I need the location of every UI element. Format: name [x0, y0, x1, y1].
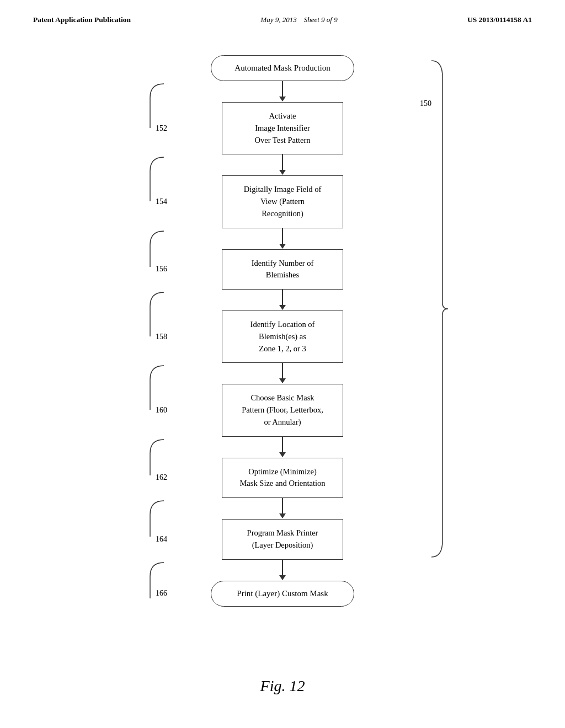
brace-160 — [145, 363, 169, 413]
step-box-162: Optimize (Minimize)Mask Size and Orienta… — [222, 458, 343, 499]
brace-156 — [145, 228, 169, 270]
step-box-156: Identify Number ofBlemishes — [222, 249, 343, 290]
step-box-152: ActivateImage IntensifierOver Test Patte… — [222, 102, 343, 154]
header-right: US 2013/0114158 A1 — [467, 15, 532, 24]
step-box-154: Digitally Image Field ofView (PatternRec… — [222, 175, 343, 228]
connector-6 — [279, 498, 286, 519]
step-row-156: 156 Identify Number ofBlemishes — [139, 249, 426, 290]
header-center: May 9, 2013 Sheet 9 of 9 — [260, 15, 337, 24]
brace-158 — [145, 290, 169, 339]
step-box-166: Print (Layer) Custom Mask — [211, 581, 354, 607]
step-box-164: Program Mask Printer(Layer Deposition) — [222, 519, 343, 560]
connector-4 — [279, 363, 286, 384]
step-row-160: 160 Choose Basic MaskPattern (Floor, Let… — [139, 384, 426, 436]
step-row-162: 162 Optimize (Minimize)Mask Size and Ori… — [139, 458, 426, 499]
step-box-160: Choose Basic MaskPattern (Floor, Letterb… — [222, 384, 343, 436]
brace-152 — [145, 81, 169, 131]
brace-154 — [145, 154, 169, 204]
header: Patent Application Publication May 9, 20… — [0, 15, 565, 24]
connector-3 — [279, 290, 286, 311]
connector-2 — [279, 228, 286, 249]
connector-1 — [279, 154, 286, 175]
brace-162 — [145, 437, 169, 478]
step-row-152: 152 ActivateImage IntensifierOver Test P… — [139, 102, 426, 154]
step-row-154: 154 Digitally Image Field ofView (Patter… — [139, 175, 426, 228]
page: Patent Application Publication May 9, 20… — [0, 0, 565, 728]
header-date: May 9, 2013 — [260, 15, 296, 24]
start-node-row: Automated Mask Production — [139, 55, 426, 81]
header-sheet: Sheet 9 of 9 — [304, 15, 338, 24]
figure-label: Fig. 12 — [0, 677, 565, 695]
connector-7 — [279, 560, 286, 581]
start-node: Automated Mask Production — [211, 55, 354, 81]
step-box-158: Identify Location ofBlemish(es) asZone 1… — [222, 311, 343, 363]
step-row-164: 164 Program Mask Printer(Layer Depositio… — [139, 519, 426, 560]
brace-164 — [145, 498, 169, 539]
header-left: Patent Application Publication — [33, 15, 131, 24]
step-row-166: 166 Print (Layer) Custom Mask — [139, 581, 426, 607]
connector-5 — [279, 437, 286, 458]
flow-diagram: 150 Automated Mask Production 152 A — [139, 55, 426, 607]
brace-166 — [145, 560, 169, 601]
connector-0 — [279, 81, 286, 102]
big-brace-svg — [426, 55, 456, 563]
step-row-158: 158 Identify Location ofBlemish(es) asZo… — [139, 311, 426, 363]
